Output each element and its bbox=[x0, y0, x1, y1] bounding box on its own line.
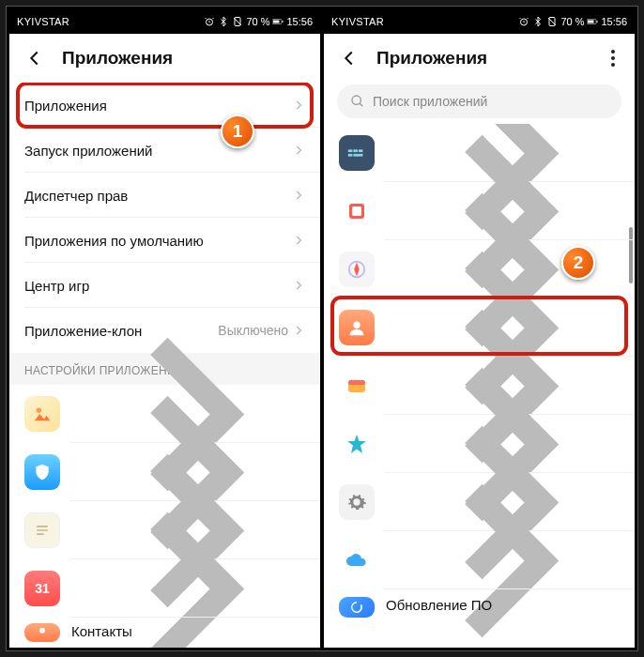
topbar: Приложения bbox=[9, 34, 320, 83]
calendar-icon: 31 bbox=[24, 571, 60, 606]
search-placeholder: Поиск приложений bbox=[373, 94, 487, 109]
kyivstar-icon bbox=[339, 426, 375, 462]
battery-pct: 70 % bbox=[246, 16, 269, 27]
svg-rect-3 bbox=[273, 21, 280, 23]
contacts-icon bbox=[24, 623, 60, 642]
screenshot-frame: KYIVSTAR 70 % 15:56 Приложения 1 Приложе… bbox=[6, 6, 638, 651]
chevron-right-icon bbox=[292, 279, 305, 292]
svg-rect-13 bbox=[348, 149, 353, 152]
status-bar: KYIVSTAR 70 % 15:56 bbox=[324, 9, 635, 34]
svg-rect-4 bbox=[283, 21, 284, 23]
bluetooth-icon bbox=[532, 16, 544, 27]
search-input[interactable]: Поиск приложений bbox=[337, 84, 621, 118]
phone-right: KYIVSTAR 70 % 15:56 Приложения Поиск при… bbox=[324, 9, 635, 648]
svg-rect-11 bbox=[597, 21, 598, 23]
app-name: Обновление ПО bbox=[386, 597, 620, 613]
svg-rect-14 bbox=[353, 149, 358, 152]
app-row-cloud[interactable]: Облако 202 МБ bbox=[324, 531, 635, 589]
svg-rect-17 bbox=[353, 154, 362, 157]
chevron-right-icon bbox=[292, 189, 305, 202]
phone-left: KYIVSTAR 70 % 15:56 Приложения 1 Приложе… bbox=[9, 9, 320, 648]
status-bar: KYIVSTAR 70 % 15:56 bbox=[9, 9, 320, 34]
notes-icon bbox=[24, 512, 60, 548]
battery-pct: 70 % bbox=[560, 16, 584, 27]
alarm-icon bbox=[204, 16, 215, 27]
setting-row-apps[interactable]: Приложения bbox=[9, 83, 320, 128]
carrier-label: KYIVSTAR bbox=[331, 16, 384, 27]
battery-icon bbox=[272, 16, 284, 27]
row-label: Диспетчер прав bbox=[24, 188, 292, 204]
cloud-icon bbox=[339, 542, 375, 578]
svg-rect-16 bbox=[348, 154, 353, 157]
row-label: Центр игр bbox=[24, 278, 292, 294]
badge-1: 1 bbox=[221, 115, 254, 148]
row-label: Приложения по умолчанию bbox=[24, 233, 292, 249]
content-right: Клавиатура Microsoft SwiftKey 51,96 МБ К… bbox=[324, 124, 635, 648]
page-title: Приложения bbox=[376, 48, 603, 69]
app-row-update-partial[interactable]: Обновление ПО bbox=[324, 589, 635, 618]
gallery-icon bbox=[24, 396, 60, 432]
gear-icon bbox=[339, 484, 375, 520]
clock: 15:56 bbox=[601, 16, 627, 27]
svg-rect-23 bbox=[348, 380, 365, 385]
clock: 15:56 bbox=[286, 16, 313, 27]
books-icon bbox=[339, 193, 375, 229]
back-icon[interactable] bbox=[24, 48, 45, 69]
alarm-icon bbox=[518, 16, 529, 27]
row-label: Запуск приложений bbox=[24, 143, 292, 159]
search-icon bbox=[350, 94, 365, 109]
bluetooth-icon bbox=[218, 16, 229, 27]
update-icon bbox=[339, 597, 375, 618]
contacts-icon bbox=[339, 310, 375, 345]
page-title: Приложения bbox=[62, 48, 309, 69]
svg-point-5 bbox=[37, 408, 42, 414]
chevron-right-icon bbox=[292, 234, 305, 247]
shield-icon bbox=[24, 454, 60, 490]
wallet-icon bbox=[339, 368, 375, 404]
badge-2: 2 bbox=[561, 246, 595, 280]
more-menu-icon[interactable] bbox=[603, 50, 623, 67]
svg-point-12 bbox=[352, 96, 360, 104]
svg-point-21 bbox=[353, 322, 360, 328]
status-tray: 70 % 15:56 bbox=[204, 16, 313, 27]
svg-rect-15 bbox=[359, 149, 363, 152]
topbar: Приложения bbox=[324, 34, 635, 83]
chevron-right-icon bbox=[292, 99, 305, 112]
app-row-calendar[interactable]: 31 Календарь bbox=[9, 559, 320, 618]
setting-row-launch[interactable]: Запуск приложений bbox=[9, 128, 320, 173]
back-icon[interactable] bbox=[339, 48, 360, 69]
compass-icon bbox=[339, 252, 375, 287]
svg-rect-10 bbox=[588, 21, 594, 23]
keyboard-icon bbox=[339, 135, 375, 171]
no-sim-icon bbox=[232, 16, 243, 27]
chevron-right-icon bbox=[292, 144, 305, 157]
battery-icon bbox=[587, 16, 598, 27]
app-name: Контакты bbox=[71, 623, 305, 639]
row-label: Приложения bbox=[24, 98, 292, 114]
app-row-contacts-partial[interactable]: Контакты bbox=[9, 618, 320, 642]
carrier-label: KYIVSTAR bbox=[17, 16, 69, 27]
no-sim-icon bbox=[546, 16, 558, 27]
setting-row-defaults[interactable]: Приложения по умолчанию bbox=[9, 218, 320, 263]
setting-row-permissions[interactable]: Диспетчер прав bbox=[9, 173, 320, 218]
svg-point-6 bbox=[39, 628, 45, 634]
content-left: 1 Приложения Запуск приложений Диспетчер… bbox=[9, 83, 320, 648]
svg-rect-19 bbox=[352, 206, 361, 216]
status-tray: 70 % 15:56 bbox=[518, 16, 627, 27]
